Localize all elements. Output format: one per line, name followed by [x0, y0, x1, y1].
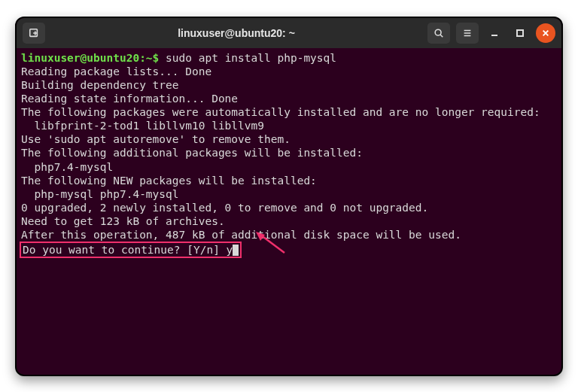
- output-line: 0 upgraded, 2 newly installed, 0 to remo…: [21, 202, 428, 214]
- svg-point-3: [435, 29, 441, 35]
- output-line: libfprint-2-tod1 libllvm10 libllvm9: [21, 120, 264, 132]
- svg-line-4: [440, 35, 443, 37]
- cursor: [233, 245, 239, 256]
- output-line: After this operation, 487 kB of addition…: [21, 229, 461, 241]
- svg-rect-9: [517, 30, 523, 36]
- output-line: php7.4-mysql: [21, 161, 113, 173]
- new-tab-button[interactable]: [23, 23, 45, 44]
- output-line: Need to get 123 kB of archives.: [21, 215, 225, 227]
- output-line: The following NEW packages will be insta…: [21, 175, 317, 187]
- output-line: php-mysql php7.4-mysql: [21, 188, 179, 200]
- output-line: Use 'sudo apt autoremove' to remove them…: [21, 133, 291, 145]
- search-button[interactable]: [427, 23, 450, 44]
- output-line: Reading state information... Done: [21, 93, 238, 105]
- output-line: The following packages were automaticall…: [21, 106, 540, 118]
- output-line: The following additional packages will b…: [21, 147, 363, 159]
- window-title: linuxuser@ubuntu20: ~: [51, 27, 421, 39]
- highlighted-prompt: Do you want to continue? [Y/n] y: [20, 242, 242, 258]
- minimize-button[interactable]: [485, 23, 504, 43]
- terminal-output[interactable]: linuxuser@ubuntu20:~$ sudo apt install p…: [17, 48, 561, 375]
- command-text: sudo apt install php-mysql: [166, 52, 336, 64]
- output-line: Building dependency tree: [21, 79, 179, 91]
- titlebar: linuxuser@ubuntu20: ~: [17, 18, 561, 48]
- maximize-button[interactable]: [510, 23, 530, 43]
- close-button[interactable]: [536, 23, 555, 43]
- terminal-window: linuxuser@ubuntu20: ~ linuxuser@ubuntu20…: [15, 17, 563, 376]
- menu-button[interactable]: [456, 23, 479, 44]
- output-line: Reading package lists... Done: [21, 65, 211, 77]
- shell-prompt: linuxuser@ubuntu20:~$: [21, 52, 159, 64]
